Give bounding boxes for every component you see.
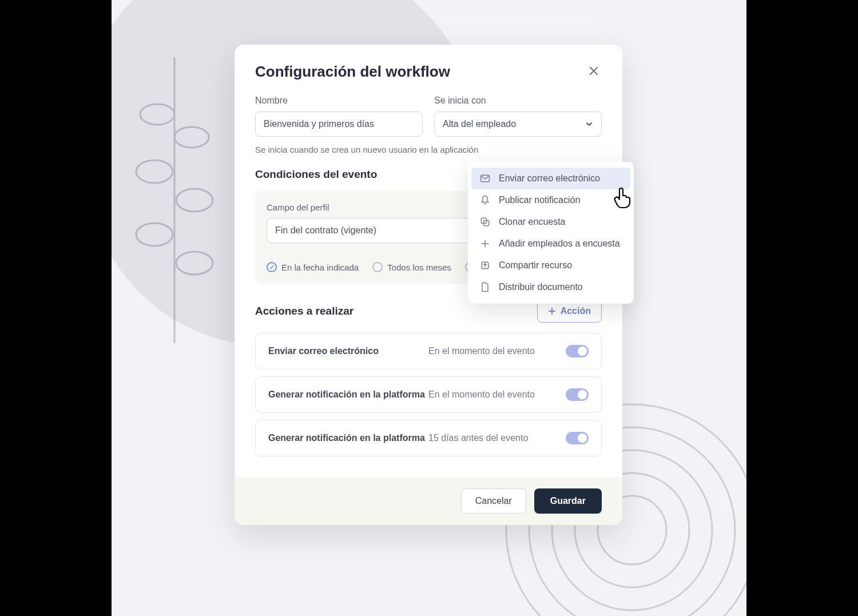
cancel-button[interactable]: Cancelar bbox=[461, 488, 526, 514]
svg-point-2 bbox=[136, 160, 173, 183]
profile-field-label: Campo del perfil bbox=[267, 202, 501, 212]
svg-point-0 bbox=[140, 104, 174, 125]
plus-icon bbox=[479, 238, 491, 249]
dropdown-item-distribute-document[interactable]: Distribuir documento bbox=[471, 276, 630, 298]
chevron-down-icon bbox=[585, 120, 593, 128]
action-title: Generar notificación en la platforma bbox=[268, 433, 428, 443]
radio-label: En la fecha indicada bbox=[281, 263, 359, 272]
dropdown-label: Clonar encuesta bbox=[499, 217, 566, 227]
action-toggle[interactable] bbox=[566, 345, 589, 357]
profile-field-value: Fin del contrato (vigente) bbox=[275, 225, 376, 236]
action-toggle[interactable] bbox=[566, 388, 589, 401]
trigger-help-text: Se inicia cuando se crea un nuevo usuari… bbox=[255, 145, 602, 154]
svg-point-4 bbox=[136, 223, 173, 246]
bell-icon bbox=[479, 194, 491, 206]
dropdown-label: Enviar correo electrónico bbox=[499, 173, 600, 184]
dropdown-item-publish-notification[interactable]: Publicar notificación bbox=[471, 189, 630, 211]
action-title: Generar notificación en la platforma bbox=[268, 390, 428, 400]
radio-on-date[interactable]: En la fecha indicada bbox=[267, 262, 359, 272]
copy-icon bbox=[479, 216, 491, 228]
name-input[interactable] bbox=[255, 112, 423, 137]
dropdown-label: Compartir recurso bbox=[499, 260, 572, 271]
dropdown-item-add-employees[interactable]: Añadir empleados a encuesta bbox=[471, 233, 630, 255]
background-stage: Configuración del workflow Nombre Se ini… bbox=[112, 0, 746, 616]
radio-checked-icon bbox=[267, 262, 277, 272]
radio-label: Todos los meses bbox=[387, 263, 451, 272]
trigger-value: Alta del empleado bbox=[443, 119, 516, 129]
add-action-label: Acción bbox=[561, 306, 591, 316]
profile-field-select[interactable]: Fin del contrato (vigente) bbox=[267, 218, 501, 243]
cursor-hand-icon bbox=[612, 186, 633, 209]
actions-title: Acciones a realizar bbox=[255, 305, 353, 317]
action-toggle[interactable] bbox=[566, 432, 589, 444]
dropdown-item-send-email[interactable]: Enviar correo electrónico bbox=[471, 168, 630, 189]
dropdown-item-clone-survey[interactable]: Clonar encuesta bbox=[471, 211, 630, 233]
trigger-label: Se inicia con bbox=[434, 96, 602, 106]
action-timing: 15 días antes del evento bbox=[428, 433, 566, 443]
action-row: Enviar correo electrónico En el momento … bbox=[255, 333, 602, 369]
radio-unchecked-icon bbox=[372, 262, 383, 272]
name-label: Nombre bbox=[255, 96, 423, 106]
close-icon bbox=[588, 65, 599, 77]
mail-icon bbox=[479, 173, 491, 184]
share-icon bbox=[479, 260, 491, 271]
action-type-dropdown: Enviar correo electrónico Publicar notif… bbox=[468, 162, 634, 304]
modal-title: Configuración del workflow bbox=[255, 63, 450, 81]
svg-point-3 bbox=[176, 189, 213, 212]
plus-icon bbox=[548, 307, 556, 315]
dropdown-label: Publicar notificación bbox=[499, 195, 580, 205]
modal-footer: Cancelar Guardar bbox=[235, 477, 622, 525]
close-button[interactable] bbox=[586, 63, 602, 81]
action-timing: En el momento del evento bbox=[428, 390, 566, 400]
bg-leaf-decoration bbox=[123, 57, 226, 343]
action-row: Generar notificación en la platforma En … bbox=[255, 376, 602, 413]
save-button[interactable]: Guardar bbox=[534, 488, 602, 514]
trigger-select[interactable]: Alta del empleado bbox=[434, 112, 602, 137]
workflow-config-modal: Configuración del workflow Nombre Se ini… bbox=[235, 45, 622, 525]
document-icon bbox=[479, 281, 491, 293]
dropdown-label: Distribuir documento bbox=[499, 282, 583, 292]
action-timing: En el momento del evento bbox=[428, 346, 566, 356]
svg-point-5 bbox=[176, 252, 213, 275]
radio-every-month[interactable]: Todos los meses bbox=[372, 262, 451, 272]
action-row: Generar notificación en la platforma 15 … bbox=[255, 420, 602, 456]
svg-point-1 bbox=[174, 127, 209, 148]
action-title: Enviar correo electrónico bbox=[268, 346, 428, 356]
dropdown-item-share-resource[interactable]: Compartir recurso bbox=[471, 255, 630, 276]
dropdown-label: Añadir empleados a encuesta bbox=[499, 239, 620, 249]
